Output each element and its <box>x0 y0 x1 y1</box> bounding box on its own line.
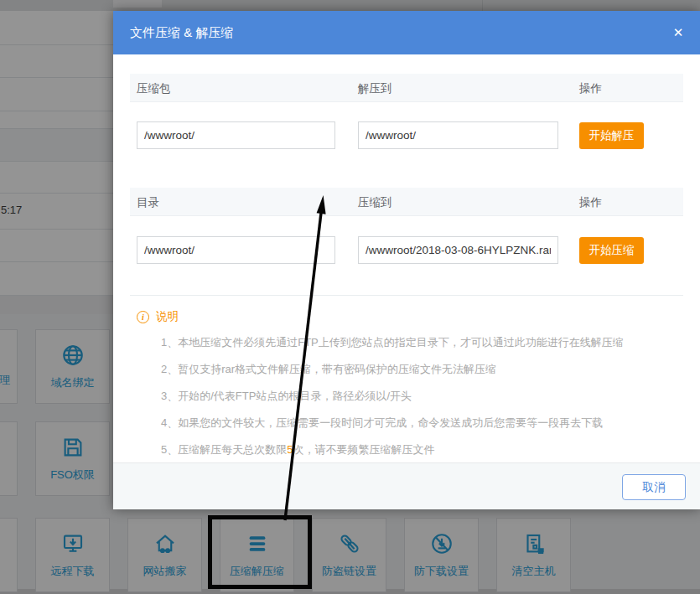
compress-decompress-dialog: 文件压缩 & 解压缩 ✕ 压缩包 解压到 操作 开始解压 目录 压缩到 操作 开… <box>113 11 700 509</box>
column-label-compress-to: 压缩到 <box>358 195 392 210</box>
column-label-action: 操作 <box>579 195 602 210</box>
archive-path-input[interactable] <box>137 121 335 149</box>
notes-heading: i 说明 <box>137 309 179 324</box>
compress-section-header: 目录 压缩到 操作 <box>130 188 683 216</box>
screen: 5:17 理 域名绑定 FSO权限 <box>0 0 700 594</box>
note-item-1: 1、本地压缩文件必须先通过FTP上传到您站点的指定目录下，才可以通过此功能进行在… <box>161 333 624 360</box>
note-item-2: 2、暂仅支持rar格式文件解压缩，带有密码保护的压缩文件无法解压缩 <box>161 360 624 387</box>
info-icon: i <box>137 311 149 323</box>
note-5-suffix: 次，请不要频繁压缩解压文件 <box>293 443 434 456</box>
note-item-3: 3、开始的/代表FTP站点的根目录，路径必须以/开头 <box>161 387 624 414</box>
column-label-extract-to: 解压到 <box>358 81 392 96</box>
note-5-prefix: 5、压缩解压每天总次数限 <box>161 443 287 456</box>
column-label-action: 操作 <box>579 81 602 96</box>
column-label-archive: 压缩包 <box>137 81 171 96</box>
directory-path-input[interactable] <box>137 236 335 264</box>
compress-to-path-input[interactable] <box>358 236 558 264</box>
column-label-directory: 目录 <box>137 195 159 210</box>
note-item-4: 4、如果您的文件较大，压缩需要一段时间才可完成，命令发送成功后您需要等一段再去下… <box>161 414 624 441</box>
start-compress-button[interactable]: 开始压缩 <box>579 237 644 264</box>
extract-to-path-input[interactable] <box>358 121 558 149</box>
extract-section-header: 压缩包 解压到 操作 <box>130 74 683 102</box>
notes-list: 1、本地压缩文件必须先通过FTP上传到您站点的指定目录下，才可以通过此功能进行在… <box>161 333 624 467</box>
dialog-footer: 取消 <box>113 462 700 509</box>
start-extract-button[interactable]: 开始解压 <box>579 122 644 149</box>
dialog-title: 文件压缩 & 解压缩 <box>130 25 233 41</box>
close-icon[interactable]: ✕ <box>670 24 687 41</box>
cancel-button[interactable]: 取消 <box>622 474 686 500</box>
section-divider <box>130 295 683 296</box>
notes-title: 说明 <box>156 309 179 324</box>
dialog-header: 文件压缩 & 解压缩 ✕ <box>113 11 700 54</box>
